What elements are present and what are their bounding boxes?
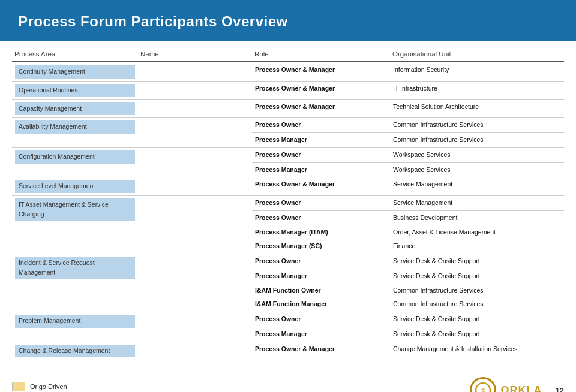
table-row: Capacity ManagementProcess Owner & Manag… [12,99,564,118]
header: Process Forum Participants Overview [0,0,576,41]
orkla-logo: ® ORKLA [470,377,542,392]
name-cell [138,147,252,177]
table-row: Service Level ManagementProcess Owner & … [12,177,564,196]
role-cell: Process Owner & Manager [252,177,390,196]
orkla-brand-text: ORKLA [501,384,542,392]
name-cell [138,196,252,254]
page-number: 12 [556,386,564,392]
org-cell: Service Management [390,196,564,211]
org-cell: Service Management [390,177,564,196]
orkla-emblem: ® [470,377,496,392]
org-cell: Service Desk & Onsite Support [390,312,564,327]
table-row: Operational RoutinesProcess Owner & Mana… [12,81,564,99]
role-cell: Process Manager [252,133,390,148]
org-cell: Change Management & Installation Service… [390,342,564,360]
role-cell: Process Manager (SC) [252,239,390,254]
col-process-area: Process Area [12,50,138,58]
role-cell: Process Owner [252,312,390,327]
name-cell [138,63,252,81]
table-row: Availability ManagementProcess OwnerComm… [12,118,564,133]
legend: Origo Driven Service Delivery Driven [12,382,98,392]
table-row: Configuration ManagementProcess OwnerWor… [12,147,564,162]
area-cell: Continuity Management [12,63,138,81]
name-cell [138,177,252,196]
area-cell: IT Asset Management & Service Charging [12,196,138,254]
area-cell: Operational Routines [12,81,138,99]
area-cell: Change & Release Management [12,342,138,360]
org-cell: Business Development [390,210,564,225]
org-cell: Service Desk & Onsite Support [390,327,564,342]
legend-label-origo: Origo Driven [30,383,67,390]
role-cell: I&AM Function Manager [252,297,390,312]
name-cell [138,118,252,148]
area-cell: Problem Management [12,312,138,342]
bottom-section: Origo Driven Service Delivery Driven ® O… [0,371,576,392]
org-cell: Common Infrastructure Services [390,284,564,298]
table-row: Incident & Service Request ManagementPro… [12,254,564,269]
org-cell: Order, Asset & License Management [390,225,564,240]
col-role: Role [252,50,390,58]
org-cell: IT Infrastructure [390,81,564,99]
role-cell: Process Owner [252,196,390,211]
role-cell: Process Owner [252,147,390,162]
role-cell: Process Owner [252,118,390,133]
org-cell: Technical Solution Architecture [390,99,564,118]
table-row: IT Asset Management & Service ChargingPr… [12,196,564,211]
table-row: Change & Release ManagementProcess Owner… [12,342,564,360]
role-cell: Process Manager [252,162,390,177]
name-cell [138,312,252,342]
org-cell: Common Infrastructure Services [390,297,564,312]
area-cell: Configuration Management [12,147,138,177]
role-cell: Process Owner [252,210,390,225]
legend-item-origo: Origo Driven [12,382,98,391]
role-cell: Process Owner & Manager [252,99,390,118]
area-cell: Service Level Management [12,177,138,196]
org-cell: Service Desk & Onsite Support [390,254,564,269]
table-row: Problem ManagementProcess OwnerService D… [12,312,564,327]
name-cell [138,81,252,99]
table-row: Continuity ManagementProcess Owner & Man… [12,63,564,81]
org-cell: Common Infrastructure Services [390,118,564,133]
column-headers: Process Area Name Role Organisational Un… [12,47,564,62]
name-cell [138,342,252,360]
legend-color-origo [12,382,25,391]
role-cell: Process Owner & Manager [252,63,390,81]
col-name: Name [138,50,252,58]
role-cell: Process Manager (ITAM) [252,225,390,240]
participants-table: Continuity ManagementProcess Owner & Man… [12,63,564,360]
org-cell: Information Security [390,63,564,81]
area-cell: Availability Management [12,118,138,148]
org-cell: Workspace Services [390,162,564,177]
role-cell: Process Manager [252,327,390,342]
orkla-icon: ® [475,382,491,392]
org-cell: Service Desk & Onsite Support [390,269,564,283]
name-cell [138,99,252,118]
org-cell: Workspace Services [390,147,564,162]
name-cell [138,254,252,312]
page-title: Process Forum Participants Overview [18,13,558,30]
area-cell: Capacity Management [12,99,138,118]
col-org-unit: Organisational Unit [390,50,564,58]
org-cell: Common Infrastructure Services [390,133,564,148]
role-cell: Process Manager [252,269,390,283]
role-cell: Process Owner [252,254,390,269]
role-cell: I&AM Function Owner [252,284,390,298]
org-cell: Finance [390,239,564,254]
svg-text:®: ® [481,388,485,392]
role-cell: Process Owner & Manager [252,81,390,99]
area-cell: Incident & Service Request Management [12,254,138,312]
role-cell: Process Owner & Manager [252,342,390,360]
